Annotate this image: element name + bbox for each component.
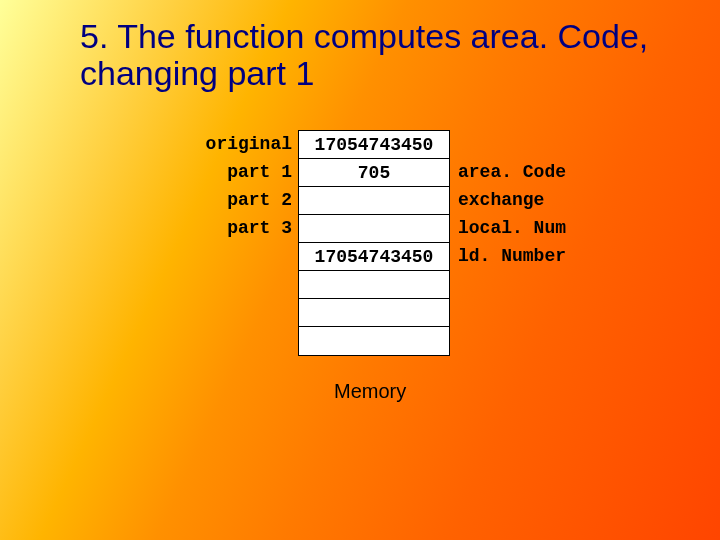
memory-cell-4: 17054743450 — [299, 243, 449, 271]
label-original: original — [182, 134, 292, 154]
memory-cell-5 — [299, 271, 449, 299]
memory-cell-0: 17054743450 — [299, 131, 449, 159]
slide: 5. The function computes area. Code, cha… — [0, 0, 720, 540]
memory-cell-1: 705 — [299, 159, 449, 187]
memory-caption: Memory — [334, 380, 406, 403]
label-ldnumber: ld. Number — [458, 246, 598, 266]
label-part3: part 3 — [182, 218, 292, 238]
label-part2: part 2 — [182, 190, 292, 210]
memory-cell-2 — [299, 187, 449, 215]
label-areacode: area. Code — [458, 162, 598, 182]
label-localnum: local. Num — [458, 218, 598, 238]
slide-title: 5. The function computes area. Code, cha… — [80, 18, 680, 93]
memory-cell-7 — [299, 327, 449, 355]
memory-strip: 17054743450 705 17054743450 — [298, 130, 450, 356]
label-part1: part 1 — [182, 162, 292, 182]
memory-cell-6 — [299, 299, 449, 327]
label-exchange: exchange — [458, 190, 598, 210]
memory-cell-3 — [299, 215, 449, 243]
